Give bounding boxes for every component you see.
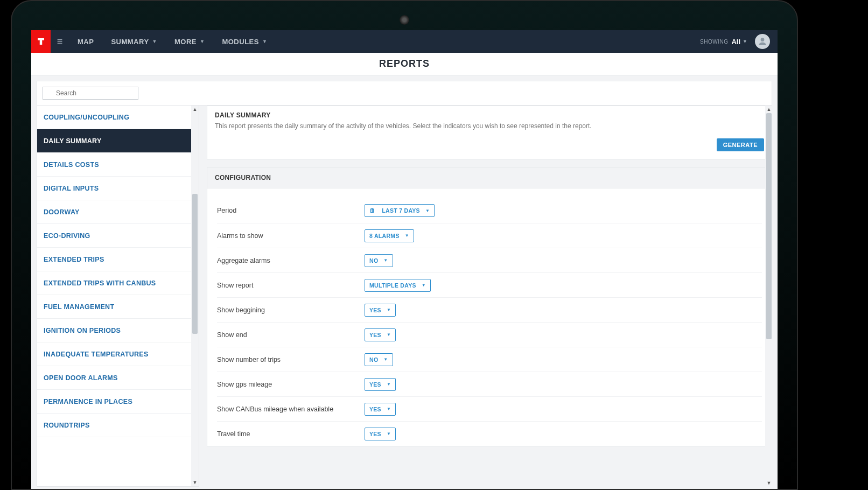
user-icon xyxy=(757,36,768,47)
nav-modules[interactable]: MODULES▼ xyxy=(213,38,276,46)
svg-point-0 xyxy=(761,38,765,41)
caret-down-icon: ▼ xyxy=(152,39,157,44)
search-input[interactable] xyxy=(43,87,138,100)
scroll-down-icon[interactable]: ▼ xyxy=(765,479,772,487)
config-label: Period xyxy=(217,207,365,214)
dropdown-value: NO xyxy=(369,257,378,264)
config-row: Show reportMULTIPLE DAYS▼ xyxy=(217,272,762,297)
device-frame: ≡ MAP SUMMARY▼ MORE▼ MODULES▼ SHOWING Al… xyxy=(0,0,868,490)
report-list-item[interactable]: OPEN DOOR ALARMS xyxy=(37,366,191,390)
config-row: Show endYES▼ xyxy=(217,322,762,347)
config-label: Show beggining xyxy=(217,306,365,314)
report-list: COUPLING/UNCOUPLINGDAILY SUMMARYDETAILS … xyxy=(37,106,191,486)
config-dropdown[interactable]: YES▼ xyxy=(365,428,396,440)
scroll-up-icon[interactable]: ▲ xyxy=(191,106,199,113)
generate-button[interactable]: GENERATE xyxy=(717,138,764,151)
config-dropdown[interactable]: YES▼ xyxy=(365,304,396,317)
calendar-icon: 🗓 xyxy=(369,207,375,214)
caret-down-icon: ▼ xyxy=(200,39,205,44)
dropdown-value: YES xyxy=(369,431,381,437)
top-navbar: ≡ MAP SUMMARY▼ MORE▼ MODULES▼ SHOWING Al… xyxy=(31,30,778,53)
caret-down-icon: ▼ xyxy=(405,233,409,238)
scroll-track[interactable] xyxy=(191,113,199,479)
app-logo[interactable] xyxy=(31,30,51,53)
report-detail-panel: DAILY SUMMARY This report presents the d… xyxy=(199,106,772,487)
search-bar: 🔍 xyxy=(37,81,772,106)
config-row: Aggregate alarmsNO▼ xyxy=(217,248,762,272)
user-avatar[interactable] xyxy=(755,34,770,49)
screen: ≡ MAP SUMMARY▼ MORE▼ MODULES▼ SHOWING Al… xyxy=(31,30,778,489)
page-body: 🔍 COUPLING/UNCOUPLINGDAILY SUMMARYDETAIL… xyxy=(31,75,778,489)
nav-map[interactable]: MAP xyxy=(69,38,102,46)
scroll-down-icon[interactable]: ▼ xyxy=(191,479,199,486)
config-row: Travel timeYES▼ xyxy=(217,421,762,446)
dropdown-value: YES xyxy=(369,406,381,412)
config-label: Show CANBus mileage when available xyxy=(217,405,365,413)
report-list-item[interactable]: EXTENDED TRIPS xyxy=(37,248,191,271)
dropdown-value: YES xyxy=(369,307,381,313)
config-row: Show CANBus mileage when availableYES▼ xyxy=(217,396,762,421)
config-dropdown[interactable]: YES▼ xyxy=(365,328,396,341)
caret-down-icon: ▼ xyxy=(387,332,391,337)
config-row: Period🗓LAST 7 DAYS▼ xyxy=(217,198,762,223)
nav-more[interactable]: MORE▼ xyxy=(166,38,213,46)
caret-down-icon: ▼ xyxy=(262,39,267,44)
config-dropdown[interactable]: MULTIPLE DAYS▼ xyxy=(365,279,431,292)
scroll-up-icon[interactable]: ▲ xyxy=(765,106,772,113)
dropdown-value: YES xyxy=(369,332,381,338)
report-list-item[interactable]: INADEQUATE TEMPERATURES xyxy=(37,342,191,366)
config-dropdown[interactable]: YES▼ xyxy=(365,378,396,391)
report-list-item[interactable]: FUEL MANAGEMENT xyxy=(37,295,191,319)
report-list-item[interactable]: ECO-DRIVING xyxy=(37,224,191,248)
caret-down-icon: ▼ xyxy=(422,283,426,288)
config-dropdown[interactable]: 🗓LAST 7 DAYS▼ xyxy=(365,204,435,217)
configuration-title: CONFIGURATION xyxy=(207,167,772,188)
config-label: Show number of trips xyxy=(217,356,365,363)
config-row: Show number of tripsNO▼ xyxy=(217,347,762,372)
dropdown-value: 8 ALARMS xyxy=(369,233,400,239)
scroll-thumb[interactable] xyxy=(766,113,772,339)
configuration-body: Period🗓LAST 7 DAYS▼Alarms to show8 ALARM… xyxy=(207,188,772,446)
report-list-item[interactable]: PERMANENCE IN PLACES xyxy=(37,390,191,414)
logo-icon xyxy=(36,37,46,46)
report-list-item[interactable]: IGNITION ON PERIODS xyxy=(37,319,191,342)
report-list-item[interactable]: DETAILS COSTS xyxy=(37,153,191,177)
dropdown-value: NO xyxy=(369,356,378,363)
caret-down-icon: ▼ xyxy=(387,407,391,411)
config-dropdown[interactable]: YES▼ xyxy=(365,403,396,416)
config-label: Aggregate alarms xyxy=(217,257,365,264)
report-list-item[interactable]: DAILY SUMMARY xyxy=(37,129,191,153)
config-label: Show end xyxy=(217,331,365,339)
caret-down-icon[interactable]: ▼ xyxy=(743,39,747,44)
report-list-item[interactable]: COUPLING/UNCOUPLING xyxy=(37,106,191,129)
config-label: Show report xyxy=(217,282,365,289)
report-list-item[interactable]: DOORWAY xyxy=(37,200,191,224)
dropdown-value: MULTIPLE DAYS xyxy=(369,282,416,289)
caret-down-icon: ▼ xyxy=(425,208,430,213)
scroll-track[interactable] xyxy=(765,113,772,479)
nav-summary[interactable]: SUMMARY▼ xyxy=(102,38,166,46)
report-header-card: DAILY SUMMARY This report presents the d… xyxy=(207,106,772,159)
dropdown-value: YES xyxy=(369,381,381,388)
config-row: Show begginingYES▼ xyxy=(217,297,762,322)
caret-down-icon: ▼ xyxy=(383,258,388,263)
menu-toggle-icon[interactable]: ≡ xyxy=(51,36,69,47)
report-list-item[interactable]: EXTENDED TRIPS WITH CANBUS xyxy=(37,271,191,295)
device-bezel: ≡ MAP SUMMARY▼ MORE▼ MODULES▼ SHOWING Al… xyxy=(11,0,798,490)
showing-value[interactable]: All xyxy=(731,38,740,46)
report-description: This report presents the daily summary o… xyxy=(207,120,772,138)
caret-down-icon: ▼ xyxy=(383,357,388,362)
report-list-item[interactable]: ROUNDTRIPS xyxy=(37,414,191,437)
page-title: REPORTS xyxy=(31,53,778,75)
config-row: Show gps mileageYES▼ xyxy=(217,372,762,396)
config-label: Alarms to show xyxy=(217,232,365,240)
config-dropdown[interactable]: NO▼ xyxy=(365,254,393,267)
report-title: DAILY SUMMARY xyxy=(215,111,764,119)
config-dropdown[interactable]: NO▼ xyxy=(365,353,393,366)
config-dropdown[interactable]: 8 ALARMS▼ xyxy=(365,229,414,242)
config-label: Travel time xyxy=(217,430,365,438)
sidebar-scrollbar[interactable]: ▲ ▼ xyxy=(191,106,199,486)
content-scrollbar[interactable]: ▲ ▼ xyxy=(765,106,772,487)
scroll-thumb[interactable] xyxy=(192,194,198,334)
report-list-item[interactable]: DIGITAL INPUTS xyxy=(37,177,191,200)
